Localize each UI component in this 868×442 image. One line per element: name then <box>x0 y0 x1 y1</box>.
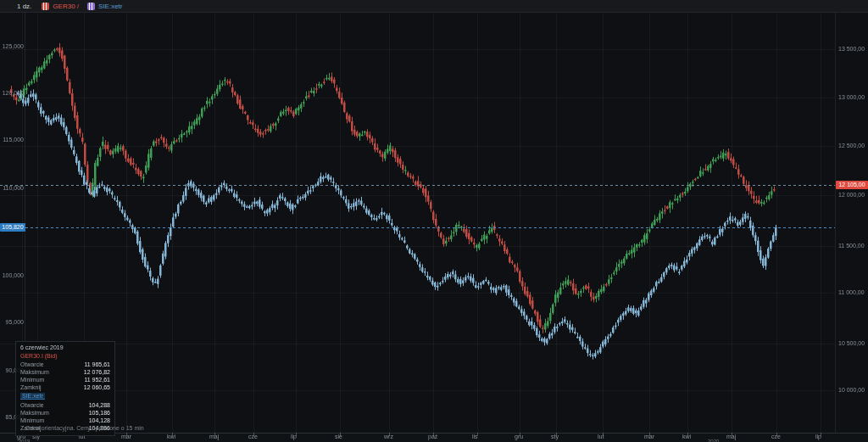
ger30-instrument-icon[interactable] <box>42 3 49 10</box>
left-axis-tick-label: 115,000 <box>2 137 24 143</box>
ohlc-row-label: Zamknij <box>20 383 42 391</box>
right-axis-tick-label: 13 000,00 <box>838 94 867 101</box>
ger30-ohlc-row: Maksimum12 076,82 <box>20 368 110 376</box>
time-axis-month-label: lis <box>472 434 478 439</box>
time-axis-month-label: sty <box>551 434 559 439</box>
instrument-label-ger30[interactable]: GER30 / <box>53 3 79 10</box>
time-axis-month-label: cze <box>248 434 258 439</box>
ohlc-row-label: Minimum <box>20 376 44 383</box>
ger30-ohlc-row: Zamknij12 060,65 <box>20 383 110 391</box>
ohlc-info-box: 6 czerwiec 2019 GER30.I (Bid) Otwarcie11… <box>15 341 115 436</box>
sie-instrument-icon[interactable] <box>87 3 95 10</box>
time-axis-month-label: maj <box>726 434 736 439</box>
left-axis-tick-label: 100,000 <box>2 272 24 279</box>
trading-chart-window: 1 dz. GER30 / SIE:xetr 125,000120,000115… <box>0 0 868 442</box>
ohlc-row-label: Maksimum <box>20 368 49 376</box>
time-axis-month-label: paź <box>428 434 437 439</box>
timeframe-selector[interactable]: 1 dz. <box>17 3 31 10</box>
ohlc-row-label: Minimum <box>20 417 44 424</box>
time-axis-month-label: maj <box>209 434 219 439</box>
ohlc-row-value: 104,288 <box>89 401 110 409</box>
right-axis-tick-label: 11 000,00 <box>838 289 867 296</box>
ohlc-row-value: 12 076,82 <box>84 368 110 376</box>
right-axis-tick-label: 11 500,00 <box>838 243 867 249</box>
right-axis-tick-label: 10 000,00 <box>838 387 867 394</box>
right-axis-tick-label: 13 500,00 <box>838 46 867 53</box>
time-axis-year-label: 2020 <box>708 439 719 442</box>
time-axis-month-label: sie <box>335 434 342 439</box>
left-axis-tick-label: 110,000 <box>2 185 24 192</box>
ohlc-row-label: Maksimum <box>20 409 49 417</box>
sie-ohlc-row: Otwarcie104,288 <box>20 401 110 409</box>
ger30-ohlc-rows: Otwarcie11 965,61Maksimum12 076,82Minimu… <box>20 361 110 391</box>
info-series-name-sie[interactable]: SIE:xetr <box>20 393 45 400</box>
ger30-ohlc-row: Otwarcie11 965,61 <box>20 361 110 368</box>
right-axis-tick-label: 12 500,00 <box>838 143 867 149</box>
ohlc-row-value: 104,128 <box>89 417 110 424</box>
ger30-ohlc-row: Minimum11 952,61 <box>20 376 110 383</box>
last-price-tag-sie: 105,820 <box>0 223 25 232</box>
sie-ohlc-row: Minimum104,128 <box>20 417 110 424</box>
time-axis-month-label: gru <box>515 434 523 439</box>
delayed-price-note: Cena orientacyjna. Ceny opóźnione o 15 m… <box>25 425 144 431</box>
info-date: 6 czerwiec 2019 <box>20 344 110 350</box>
left-axis-tick-label: 95,000 <box>2 319 24 326</box>
time-axis-month-label: mar <box>644 434 654 439</box>
time-axis-month-label: lip <box>291 434 297 439</box>
ohlc-row-label: Otwarcie <box>20 361 44 368</box>
time-axis-month-label: kwi <box>167 434 175 439</box>
right-axis-tick-label: 10 500,00 <box>838 340 867 347</box>
ohlc-row-value: 11 952,61 <box>84 376 110 383</box>
last-price-tag-ger30: 12 105,00 <box>836 181 868 189</box>
ohlc-row-value: 105,186 <box>89 409 110 417</box>
time-axis-month-label: lut <box>598 434 604 439</box>
time-axis-month-label: mar <box>121 434 131 439</box>
ohlc-row-label: Otwarcie <box>20 401 44 409</box>
sie-ohlc-row: Maksimum105,186 <box>20 409 110 417</box>
time-axis-month-label: kwi <box>682 434 691 439</box>
right-axis-tick-label: 12 000,00 <box>838 192 867 199</box>
ohlc-row-value: 12 060,65 <box>84 383 110 391</box>
instrument-label-sie[interactable]: SIE:xetr <box>98 3 122 10</box>
ohlc-row-value: 11 965,61 <box>84 361 110 368</box>
time-axis-month-label: lip <box>815 434 821 439</box>
left-axis-tick-label: 125,000 <box>2 43 24 50</box>
time-axis-year-label: 2019 <box>19 439 30 442</box>
info-series-name-ger30: GER30.I (Bid) <box>20 353 110 359</box>
left-axis-tick-label: 120,000 <box>2 90 24 97</box>
time-axis-month-label: cze <box>771 434 781 439</box>
chart-toolbar: 1 dz. GER30 / SIE:xetr <box>0 0 868 13</box>
time-axis-month-label: wrz <box>384 434 393 439</box>
price-chart-canvas[interactable] <box>0 0 868 442</box>
